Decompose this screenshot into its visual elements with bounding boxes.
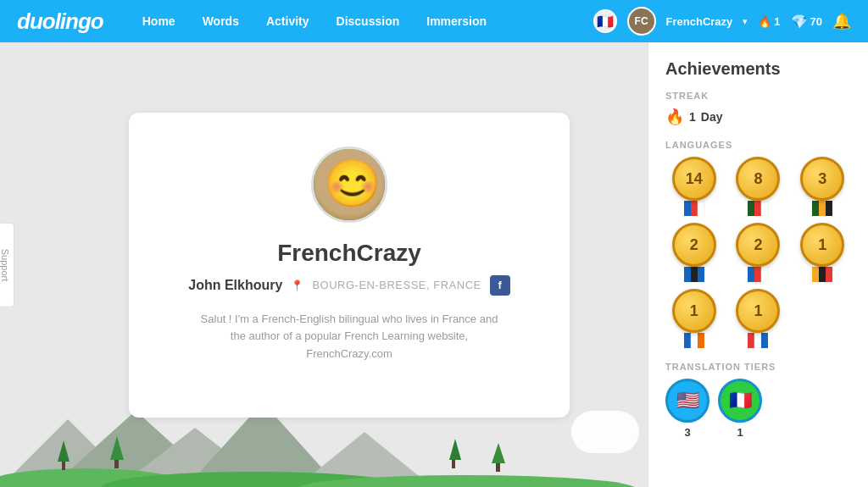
tier-item: 🇺🇸 3 bbox=[665, 379, 709, 439]
svg-rect-27 bbox=[698, 267, 704, 282]
tier-item: 🇫🇷 1 bbox=[718, 379, 762, 439]
streak-number: 1 bbox=[774, 15, 780, 28]
medal-ribbon bbox=[679, 201, 709, 216]
medal-item: 1 bbox=[730, 289, 787, 348]
streak-counter: 🔥 1 bbox=[758, 15, 780, 28]
gem-icon: 💎 bbox=[791, 14, 808, 30]
svg-rect-30 bbox=[761, 267, 768, 282]
svg-rect-32 bbox=[819, 267, 826, 282]
languages-label: LANGUAGES bbox=[665, 140, 851, 150]
dropdown-chevron-icon[interactable]: ▾ bbox=[743, 16, 748, 27]
svg-rect-22 bbox=[812, 201, 819, 216]
svg-rect-34 bbox=[684, 333, 691, 348]
flame-icon: 🔥 bbox=[758, 15, 771, 28]
streak-label: STREAK bbox=[665, 91, 851, 101]
language-flag[interactable]: 🇫🇷 bbox=[593, 9, 617, 33]
medal-ribbon bbox=[807, 267, 837, 282]
svg-rect-19 bbox=[748, 201, 754, 216]
nav-discussion[interactable]: Discussion bbox=[323, 0, 414, 42]
nav-home[interactable]: Home bbox=[129, 0, 189, 42]
streak-row: 🔥 1 Day bbox=[665, 108, 851, 126]
nav-user-area: 🇫🇷 FC FrenchCrazy ▾ 🔥 1 💎 70 🔔 bbox=[593, 7, 851, 36]
profile-name-row: John Elkhoury 📍 BOURG-EN-BRESSE, FRANCE … bbox=[188, 275, 509, 296]
medal-coin: 14 bbox=[672, 157, 716, 201]
medal-ribbon bbox=[679, 333, 709, 348]
svg-rect-23 bbox=[819, 201, 826, 216]
medal-coin: 2 bbox=[736, 223, 780, 267]
facebook-icon[interactable]: f bbox=[490, 275, 510, 296]
medal-item: 8 bbox=[730, 157, 787, 216]
svg-rect-21 bbox=[761, 201, 768, 216]
main-content: Support FrenchCrazy John Elkhoury 📍 BOUR… bbox=[0, 42, 868, 487]
medal-coin: 1 bbox=[736, 289, 780, 333]
medal-coin: 1 bbox=[800, 223, 844, 267]
location-pin-icon: 📍 bbox=[291, 279, 303, 291]
svg-rect-18 bbox=[698, 201, 704, 216]
tier-value: 1 bbox=[737, 426, 743, 439]
support-tab[interactable]: Support bbox=[0, 222, 14, 307]
medal-item: 2 bbox=[730, 223, 787, 282]
translation-tiers-label: TRANSLATION TIERS bbox=[665, 362, 851, 372]
translation-tiers-grid: 🇺🇸 3 🇫🇷 1 bbox=[665, 379, 851, 439]
medal-coin: 8 bbox=[736, 157, 780, 201]
svg-rect-20 bbox=[754, 201, 761, 216]
medal-item: 3 bbox=[793, 157, 851, 216]
gem-number: 70 bbox=[810, 15, 822, 28]
profile-bio: Salut ! I'm a French-English bilingual w… bbox=[197, 311, 502, 363]
profile-section: Support FrenchCrazy John Elkhoury 📍 BOUR… bbox=[0, 42, 648, 487]
medal-coin: 2 bbox=[672, 223, 716, 267]
streak-flame-icon: 🔥 bbox=[665, 108, 684, 126]
medal-ribbon bbox=[743, 201, 773, 216]
notification-bell-icon[interactable]: 🔔 bbox=[832, 12, 851, 30]
svg-rect-24 bbox=[826, 201, 832, 216]
medal-ribbon bbox=[743, 333, 773, 348]
profile-card: FrenchCrazy John Elkhoury 📍 BOURG-EN-BRE… bbox=[129, 113, 570, 418]
medal-item: 2 bbox=[665, 223, 723, 282]
duolingo-logo: duolingo bbox=[17, 8, 103, 35]
svg-rect-33 bbox=[826, 267, 832, 282]
medal-ribbon bbox=[807, 201, 837, 216]
svg-rect-37 bbox=[748, 333, 754, 348]
medal-coin: 3 bbox=[800, 157, 844, 201]
profile-username: FrenchCrazy bbox=[277, 240, 421, 267]
achievements-panel: Achievements STREAK 🔥 1 Day LANGUAGES 14… bbox=[648, 42, 868, 487]
tier-icon: 🇫🇷 bbox=[718, 379, 762, 423]
streak-unit: Day bbox=[701, 110, 723, 124]
medal-ribbon bbox=[743, 267, 773, 282]
nav-activity[interactable]: Activity bbox=[253, 0, 323, 42]
tier-icon: 🇺🇸 bbox=[665, 379, 709, 423]
flag-icon: 🇫🇷 bbox=[593, 9, 617, 33]
profile-realname: John Elkhoury bbox=[188, 278, 282, 293]
svg-rect-17 bbox=[691, 201, 698, 216]
profile-avatar bbox=[311, 147, 387, 223]
medal-ribbon bbox=[679, 267, 709, 282]
achievements-title: Achievements bbox=[665, 59, 851, 79]
svg-rect-38 bbox=[754, 333, 761, 348]
medal-coin: 1 bbox=[672, 289, 716, 333]
medal-item: 1 bbox=[793, 223, 851, 282]
svg-rect-25 bbox=[684, 267, 691, 282]
medal-item: 14 bbox=[665, 157, 723, 216]
streak-value: 1 bbox=[689, 110, 696, 124]
nav-immersion[interactable]: Immersion bbox=[413, 0, 500, 42]
avatar-image bbox=[314, 147, 385, 223]
svg-rect-16 bbox=[684, 201, 691, 216]
svg-rect-28 bbox=[748, 267, 754, 282]
svg-rect-35 bbox=[691, 333, 698, 348]
medal-item: 1 bbox=[665, 289, 723, 348]
svg-rect-36 bbox=[698, 333, 704, 348]
user-avatar[interactable]: FC bbox=[627, 7, 656, 36]
nav-words[interactable]: Words bbox=[189, 0, 253, 42]
navbar: duolingo Home Words Activity Discussion … bbox=[0, 0, 868, 42]
svg-rect-39 bbox=[761, 333, 768, 348]
tier-value: 3 bbox=[684, 426, 690, 439]
svg-rect-31 bbox=[812, 267, 819, 282]
svg-rect-26 bbox=[691, 267, 698, 282]
username-display[interactable]: FrenchCrazy bbox=[666, 15, 733, 28]
svg-rect-29 bbox=[754, 267, 761, 282]
medals-grid: 14 8 3 bbox=[665, 157, 851, 348]
profile-location: BOURG-EN-BRESSE, FRANCE bbox=[312, 279, 481, 291]
gem-counter: 💎 70 bbox=[791, 14, 822, 30]
